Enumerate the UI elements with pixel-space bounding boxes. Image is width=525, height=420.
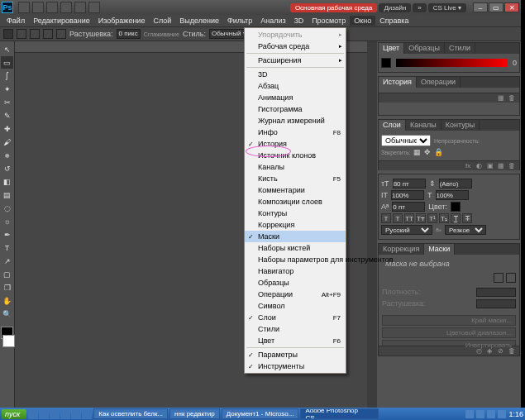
bridge-icon[interactable] <box>18 2 30 13</box>
antialias-select[interactable]: Резкое <box>445 225 486 235</box>
feather-input[interactable]: 0 пикс <box>117 29 141 39</box>
background-swatch[interactable] <box>2 335 15 347</box>
menu-item-параметры[interactable]: Параметры <box>245 349 346 360</box>
menu-item-кисть[interactable]: КистьF5 <box>245 173 346 184</box>
menu-item-композиции-слоев[interactable]: Композиции слоев <box>245 196 346 208</box>
menu-image[interactable]: Изображение <box>94 16 150 26</box>
type-tool-icon[interactable]: T <box>1 241 13 254</box>
color-fg-swatch[interactable] <box>381 58 391 68</box>
path-tool-icon[interactable]: ↗ <box>1 255 13 267</box>
hand-tool-icon[interactable]: ✋ <box>1 294 13 307</box>
tab-styles[interactable]: Стили <box>445 43 475 54</box>
tray-icon[interactable] <box>487 410 495 418</box>
3d-tool-icon[interactable]: ❒ <box>1 281 13 294</box>
language-select[interactable]: Русский <box>381 225 432 235</box>
hscale-input[interactable] <box>436 190 469 200</box>
menu-item-источник-клонов[interactable]: Источник клонов <box>245 150 346 161</box>
history-brush-tool-icon[interactable]: ↺ <box>1 162 13 174</box>
menu-analysis[interactable]: Анализ <box>256 16 289 26</box>
arrange-icon[interactable] <box>74 2 86 13</box>
ql-4-icon[interactable] <box>71 409 81 419</box>
task-button[interactable]: Adobe Photoshop CS... <box>300 408 379 419</box>
menu-window[interactable]: Окно <box>350 16 375 26</box>
feather-input-mask[interactable] <box>476 299 516 308</box>
underline-button[interactable]: T̲ <box>451 213 461 223</box>
menu-item-символ[interactable]: Символ <box>245 300 346 312</box>
move-tool-icon[interactable]: ↖ <box>1 43 13 55</box>
mask-disable-icon[interactable]: ⊘ <box>498 347 506 356</box>
fx-icon[interactable]: fx <box>465 162 474 170</box>
heal-tool-icon[interactable]: ✚ <box>1 122 13 135</box>
marquee-mode-sub-icon[interactable] <box>43 29 53 39</box>
maximize-button[interactable]: ▭ <box>489 2 504 12</box>
pixel-mask-icon[interactable] <box>494 273 504 283</box>
marquee-mode-intersect-icon[interactable] <box>56 29 66 39</box>
menu-item-абзац[interactable]: Абзац <box>245 80 346 92</box>
menu-item-расширения[interactable]: Расширения <box>245 55 346 66</box>
menu-layer[interactable]: Слой <box>149 16 175 26</box>
tray-icon[interactable] <box>498 410 506 418</box>
workspace-more[interactable]: » <box>413 3 426 12</box>
super-button[interactable]: T¹ <box>427 213 437 223</box>
menu-item-гистограмма[interactable]: Гистограмма <box>245 103 346 115</box>
tab-swatches[interactable]: Образцы <box>404 43 445 54</box>
blend-mode-select[interactable]: Обычные <box>381 135 431 146</box>
smallcaps-button[interactable]: Tᴛ <box>416 213 426 223</box>
leading-input[interactable] <box>439 179 472 189</box>
task-button[interactable]: ннк редактир <box>169 408 220 419</box>
mask-edge-button[interactable]: Край маски... <box>382 315 516 326</box>
tab-channels[interactable]: Каналы <box>406 120 441 131</box>
bold-button[interactable]: T <box>381 213 391 223</box>
allcaps-button[interactable]: TT <box>404 213 414 223</box>
wand-tool-icon[interactable]: ✦ <box>1 83 13 95</box>
view-extras-icon[interactable] <box>46 2 58 13</box>
text-color-swatch[interactable] <box>451 202 461 212</box>
tab-adjustments[interactable]: Коррекция <box>379 244 424 255</box>
menu-item-стили[interactable]: Стили <box>245 323 346 335</box>
marquee-mode-add-icon[interactable] <box>30 29 40 39</box>
italic-button[interactable]: T <box>393 213 403 223</box>
stamp-tool-icon[interactable]: ⎈ <box>1 149 13 161</box>
lock-all-icon[interactable]: 🔒 <box>434 148 443 156</box>
menu-item-навигатор[interactable]: Навигатор <box>245 265 346 277</box>
menu-item-контуры[interactable]: Контуры <box>245 208 346 219</box>
zoom-level-icon[interactable] <box>60 2 72 13</box>
new-layer-icon[interactable]: ▦ <box>498 162 506 170</box>
color-range-button[interactable]: Цветовой диапазон... <box>382 327 516 338</box>
folder-icon[interactable]: ▣ <box>487 162 495 170</box>
menu-item-образцы[interactable]: Образцы <box>245 277 346 289</box>
close-button[interactable]: ✕ <box>504 2 519 12</box>
color-value[interactable]: 0 <box>513 59 517 67</box>
marquee-tool-icon[interactable]: ▭ <box>1 56 13 69</box>
tray-icon[interactable] <box>476 410 484 418</box>
shape-tool-icon[interactable]: ▢ <box>1 268 13 280</box>
lasso-tool-icon[interactable]: ʃ <box>1 69 13 82</box>
menu-edit[interactable]: Редактирование <box>29 16 94 26</box>
screen-mode-icon[interactable] <box>88 2 100 13</box>
menu-3d[interactable]: 3D <box>290 16 308 26</box>
start-button[interactable]: пуск <box>2 409 26 419</box>
vector-mask-icon[interactable] <box>506 273 516 283</box>
menu-file[interactable]: Файл <box>2 16 29 26</box>
task-button[interactable]: Как осветлить белк... <box>93 408 168 419</box>
ql-5-icon[interactable] <box>82 409 92 419</box>
minimize-button[interactable]: – <box>473 2 488 12</box>
ql-ie-icon[interactable] <box>39 409 49 419</box>
menu-item-наборы-параметров-для-инструментов[interactable]: Наборы параметров для инструментов <box>245 254 346 265</box>
history-delete-icon[interactable]: 🗑 <box>508 94 517 103</box>
tab-history[interactable]: История <box>379 77 417 88</box>
menu-item-инструменты[interactable]: Инструменты <box>245 360 346 372</box>
cslive-button[interactable]: CS Live ▾ <box>428 3 466 12</box>
workspace-badge-main[interactable]: Основная рабочая среда <box>290 3 378 12</box>
gradient-tool-icon[interactable]: ▤ <box>1 189 13 201</box>
mask-load-icon[interactable]: ◴ <box>476 347 484 356</box>
menu-item-журнал-измерений[interactable]: Журнал измерений <box>245 115 346 126</box>
menu-item-наборы-кистей[interactable]: Наборы кистей <box>245 242 346 254</box>
menu-item-операции[interactable]: ОперацииAlt+F9 <box>245 289 346 300</box>
menu-select[interactable]: Выделение <box>175 16 223 26</box>
tool-preset-icon[interactable] <box>3 29 13 39</box>
menu-item-комментарии[interactable]: Комментарии <box>245 184 346 196</box>
tray-icon[interactable] <box>465 410 474 418</box>
menu-item-коррекция[interactable]: Коррекция <box>245 219 346 231</box>
menu-item-инфо[interactable]: ИнфоF8 <box>245 126 346 138</box>
